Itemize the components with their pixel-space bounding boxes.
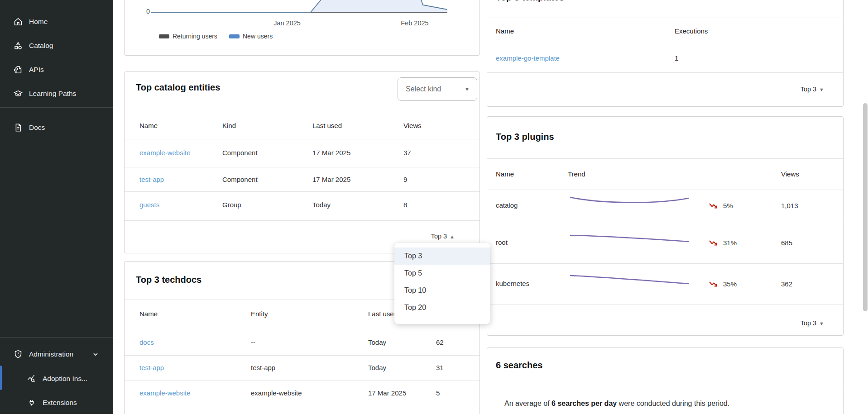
caret-up-icon: ▲ (450, 234, 455, 239)
sidebar-item-label: Catalog (29, 42, 53, 50)
sidebar-item-learning-paths[interactable]: Learning Paths (0, 84, 113, 104)
views-cell: 31 (436, 364, 444, 371)
views-cell: 362 (781, 280, 792, 288)
sidebar-item-label: Administration (29, 350, 73, 358)
menu-item-top-10[interactable]: Top 10 (394, 282, 490, 299)
menu-item-top-20[interactable]: Top 20 (394, 299, 490, 316)
divider (487, 387, 843, 387)
card-title: Top catalog entities (136, 82, 220, 93)
top-n-label: Top 3 (801, 319, 816, 327)
techdoc-link[interactable]: docs (139, 338, 154, 346)
top-n-label: Top 3 (801, 86, 816, 93)
chevron-down-icon (92, 351, 99, 357)
y-axis-tick: 0 (134, 8, 150, 15)
sidebar-item-label: Home (29, 18, 48, 26)
legend-item-new-users[interactable]: New users (229, 33, 273, 40)
users-area-chart (151, 0, 447, 14)
column-header: Views (403, 122, 422, 129)
legend-swatch-returning (159, 34, 169, 38)
sidebar-item-docs[interactable]: Docs (0, 118, 113, 138)
views-cell: 5 (436, 389, 440, 397)
divider (487, 305, 843, 305)
column-header: Trend (568, 170, 585, 178)
plugin-name-cell: root (496, 238, 508, 246)
techdoc-link[interactable]: test-app (139, 364, 164, 371)
last-used-cell: 17 Mar 2025 (312, 149, 350, 157)
top-plugins-card: Top 3 plugins Name Trend Views catalog 5… (487, 116, 844, 336)
entity-link[interactable]: guests (139, 201, 159, 209)
searches-summary: An average of 6 searches per day were co… (504, 400, 729, 408)
techdoc-link[interactable]: example-website (139, 389, 191, 397)
column-header: Views (781, 170, 799, 178)
entity-cell: example-website (251, 389, 302, 397)
divider (125, 191, 480, 192)
entity-cell: -- (251, 338, 255, 346)
legend-label: Returning users (173, 33, 217, 40)
plugin-name-cell: kubernetes (496, 280, 529, 287)
column-header: Name (496, 27, 514, 35)
sidebar-item-extensions[interactable]: Extensions (0, 393, 113, 413)
last-used-cell: 17 Mar 2025 (368, 389, 406, 397)
trend-sparkline (569, 271, 690, 292)
entity-cell: test-app (251, 364, 275, 371)
active-users-chart-card: 0 Jan 2025 Feb 2025 Mar 2025 Returning u… (124, 0, 480, 56)
plug-icon (27, 398, 37, 408)
last-used-cell: Today (312, 201, 331, 209)
top-catalog-entities-card: Top catalog entities Select kind ▼ Name … (124, 71, 480, 253)
column-header: Last used (368, 310, 398, 318)
column-header: Executions (675, 27, 708, 35)
sidebar-item-label: Learning Paths (29, 90, 76, 98)
sidebar-divider (0, 107, 113, 108)
views-cell: 9 (403, 176, 407, 183)
home-icon (13, 17, 23, 27)
x-axis-label: Jan 2025 (267, 19, 307, 27)
vertical-scrollbar[interactable] (863, 103, 868, 311)
trend-down-icon (709, 281, 718, 288)
last-used-cell: Today (368, 338, 386, 346)
card-title: 6 searches (496, 360, 542, 371)
divider (125, 381, 480, 381)
caret-down-icon: ▼ (819, 87, 824, 92)
divider (487, 222, 843, 222)
kind-cell: Component (222, 176, 258, 183)
kind-cell: Component (222, 149, 258, 157)
trend-down-icon (709, 202, 718, 210)
divider (125, 111, 480, 111)
divider (125, 139, 480, 139)
card-title: Top 3 templates (496, 0, 564, 2)
trend-percent: 31% (723, 239, 737, 247)
top-templates-card: Top 3 templates Name Executions example-… (487, 0, 844, 107)
trend-sparkline (569, 193, 690, 214)
template-link[interactable]: example-go-template (496, 54, 560, 62)
select-kind-placeholder: Select kind (406, 85, 441, 93)
views-cell: 685 (781, 239, 792, 247)
divider (487, 18, 843, 18)
entity-link[interactable]: test-app (139, 176, 164, 183)
top-n-selector[interactable]: Top 3▼ (801, 319, 824, 327)
divider (487, 72, 843, 73)
sidebar-item-administration[interactable]: Administration (0, 344, 113, 364)
sidebar-item-home[interactable]: Home (0, 12, 113, 32)
entity-link[interactable]: example-website (139, 149, 191, 157)
top-n-selector[interactable]: Top 3▲ (431, 233, 455, 240)
trend-down-icon (709, 239, 718, 247)
sidebar-item-catalog[interactable]: Catalog (0, 36, 113, 56)
executions-cell: 1 (675, 54, 678, 62)
select-kind-dropdown[interactable]: Select kind ▼ (398, 77, 477, 101)
card-title: Top 3 plugins (496, 131, 554, 142)
plugin-name-cell: catalog (496, 201, 518, 209)
top-n-selector[interactable]: Top 3▼ (801, 86, 824, 93)
sidebar-item-adoption-insights[interactable]: Adoption Ins... (0, 369, 113, 389)
legend-item-returning-users[interactable]: Returning users (159, 33, 217, 40)
sidebar-item-label: Extensions (43, 399, 77, 407)
document-icon (13, 123, 23, 133)
column-header: Name (139, 310, 158, 318)
x-axis-label: Feb 2025 (394, 19, 435, 27)
summary-bold: 6 searches per day (551, 400, 617, 407)
sidebar-item-apis[interactable]: APIs (0, 60, 113, 80)
adoption-insights-page: Home Catalog APIs Learning Paths D (0, 0, 868, 414)
divider (487, 190, 843, 190)
trend-percent: 5% (723, 202, 733, 209)
menu-item-top-5[interactable]: Top 5 (394, 265, 490, 282)
menu-item-top-3[interactable]: Top 3 (394, 247, 490, 265)
